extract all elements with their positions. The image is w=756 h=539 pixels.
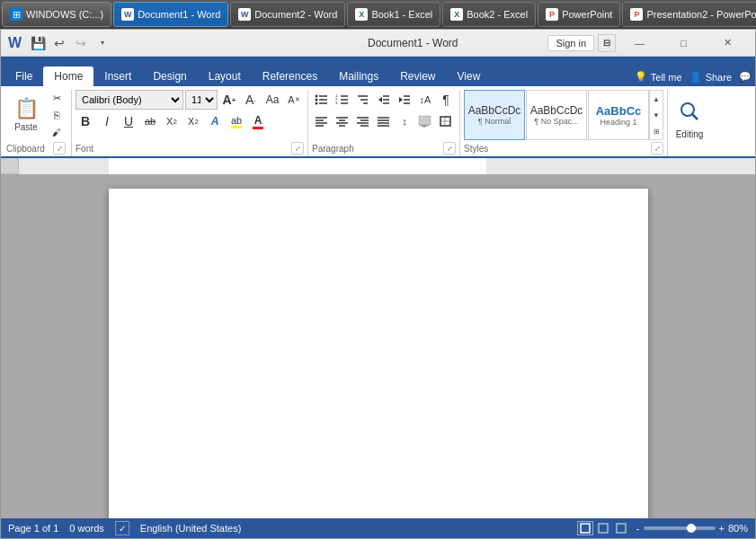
save-quick-btn[interactable]: 💾 <box>29 34 47 52</box>
taskbar-ppt1-label: PowerPoint <box>562 9 612 20</box>
share-btn[interactable]: 👤 Share <box>689 71 732 83</box>
close-button[interactable]: ✕ <box>707 31 748 56</box>
align-left-button[interactable] <box>312 111 332 131</box>
paste-button[interactable]: 📋 Paste <box>6 90 46 138</box>
underline-button[interactable]: U <box>119 111 138 131</box>
font-size-select[interactable]: 11 <box>185 90 218 110</box>
tab-review[interactable]: Review <box>389 66 446 86</box>
print-view-btn[interactable] <box>577 521 593 535</box>
tab-design[interactable]: Design <box>142 66 197 86</box>
quick-access-toolbar: 💾 ↩ ↪ ▾ <box>29 34 111 52</box>
undo-quick-btn[interactable]: ↩ <box>50 34 68 52</box>
style-heading1[interactable]: AaBbCc Heading 1 <box>588 90 649 140</box>
signin-button[interactable]: Sign in <box>547 35 594 51</box>
bold-button[interactable]: B <box>76 111 95 131</box>
tab-home[interactable]: Home <box>43 66 93 86</box>
cut-button[interactable]: ✂ <box>48 90 66 106</box>
taskbar: ⊞ WINDOWS (C:...) W Document1 - Word W D… <box>0 0 756 29</box>
decrease-font-btn[interactable]: A- <box>241 90 261 110</box>
italic-button[interactable]: I <box>97 111 117 131</box>
taskbar-doc2[interactable]: W Document2 - Word <box>230 2 345 27</box>
editing-group: Editing <box>668 90 711 156</box>
zoom-slider-track[interactable] <box>644 526 716 530</box>
editing-label[interactable]: Editing <box>676 129 704 139</box>
track-changes-icon[interactable]: ✓ <box>115 521 129 535</box>
increase-indent-button[interactable] <box>395 90 414 110</box>
styles-scroll-down-btn[interactable]: ▼ <box>650 107 663 123</box>
tab-mailings[interactable]: Mailings <box>328 66 389 86</box>
web-view-btn[interactable] <box>595 521 611 535</box>
bullets-button[interactable] <box>312 90 332 110</box>
multilevel-list-button[interactable] <box>353 90 373 110</box>
increase-indent-icon <box>397 93 412 106</box>
svg-marker-15 <box>378 97 382 102</box>
zoom-slider-thumb[interactable] <box>687 524 696 533</box>
numbering-button[interactable]: 1.2.3. <box>333 90 352 110</box>
align-center-icon <box>335 115 350 128</box>
copy-button[interactable]: ⎘ <box>48 107 66 123</box>
format-painter-button[interactable]: 🖌 <box>48 124 66 140</box>
styles-expand-btn[interactable]: ⊞ <box>650 123 663 139</box>
align-right-button[interactable] <box>353 111 373 131</box>
tab-insert[interactable]: Insert <box>93 66 142 86</box>
zoom-minus-btn[interactable]: - <box>636 523 640 534</box>
tab-layout[interactable]: Layout <box>198 66 252 86</box>
subscript-button[interactable]: X2 <box>162 111 182 131</box>
highlight-button[interactable]: ab <box>227 111 246 131</box>
styles-scroll-up-btn[interactable]: ▲ <box>650 91 663 107</box>
read-mode-btn[interactable] <box>613 521 629 535</box>
tab-file[interactable]: File <box>4 66 43 86</box>
borders-button[interactable] <box>436 111 456 131</box>
tell-me-box[interactable]: 💡 Tell me <box>635 71 682 83</box>
excel-icon-1: X <box>355 8 368 21</box>
font-color-icon: A <box>254 114 262 127</box>
para-label-row: Paragraph ⤢ <box>312 142 456 156</box>
styles-dialog-launcher[interactable]: ⤢ <box>651 142 663 155</box>
titlebar-right: Sign in ⊟ — □ ✕ <box>547 31 748 56</box>
clipboard-dialog-launcher[interactable]: ⤢ <box>53 142 66 155</box>
style-no-spacing[interactable]: AaBbCcDc ¶ No Spac... <box>526 90 587 140</box>
horizontal-ruler <box>19 158 755 173</box>
justify-button[interactable] <box>374 111 394 131</box>
font-family-select[interactable]: Calibri (Body) <box>76 90 183 110</box>
redo-quick-btn[interactable]: ↪ <box>72 34 90 52</box>
align-center-button[interactable] <box>333 111 352 131</box>
maximize-button[interactable]: □ <box>663 31 704 56</box>
taskbar-doc1[interactable]: W Document1 - Word <box>113 2 228 27</box>
font-dialog-launcher[interactable]: ⤢ <box>291 142 304 155</box>
document-canvas[interactable] <box>1 174 755 518</box>
superscript-button[interactable]: X2 <box>183 111 203 131</box>
font-color-button[interactable]: A <box>248 111 268 131</box>
taskbar-book2[interactable]: X Book2 - Excel <box>442 2 536 27</box>
highlight-color-bar <box>231 126 242 128</box>
taskbar-ppt2[interactable]: P Presentation2 - PowerPoint <box>622 2 756 27</box>
editing-search-button[interactable] <box>672 93 707 129</box>
tab-view[interactable]: View <box>447 66 492 86</box>
shading-button[interactable] <box>415 111 435 131</box>
change-case-btn[interactable]: Aa <box>262 90 282 110</box>
sort-button[interactable]: ↕A <box>415 90 435 110</box>
show-marks-button[interactable]: ¶ <box>436 90 456 110</box>
taskbar-ppt1[interactable]: P PowerPoint <box>538 2 620 27</box>
decrease-indent-button[interactable] <box>374 90 394 110</box>
clipboard-label: Clipboard <box>6 144 45 154</box>
numbering-icon: 1.2.3. <box>335 93 350 106</box>
zoom-plus-btn[interactable]: + <box>719 523 725 534</box>
ribbon-display-options-btn[interactable]: ⊟ <box>598 34 616 52</box>
quick-access-dropdown-btn[interactable]: ▾ <box>93 34 111 52</box>
line-spacing-button[interactable]: ↕ <box>395 111 414 131</box>
document-page[interactable] <box>109 189 648 518</box>
text-effects-button[interactable]: A <box>205 111 225 131</box>
minimize-button[interactable]: — <box>619 31 660 56</box>
increase-font-btn[interactable]: A+ <box>219 90 239 110</box>
strikethrough-button[interactable]: ab <box>140 111 160 131</box>
share-label: Share <box>706 72 732 83</box>
comments-btn[interactable]: 💬 <box>739 71 752 83</box>
style-normal[interactable]: AaBbCcDc ¶ Normal <box>464 90 525 140</box>
taskbar-windows[interactable]: ⊞ WINDOWS (C:...) <box>2 2 111 27</box>
paragraph-dialog-launcher[interactable]: ⤢ <box>443 142 456 155</box>
tab-references[interactable]: References <box>252 66 328 86</box>
taskbar-book1[interactable]: X Book1 - Excel <box>347 2 440 27</box>
view-buttons <box>577 521 629 535</box>
clear-format-btn[interactable]: A✕ <box>284 90 304 110</box>
